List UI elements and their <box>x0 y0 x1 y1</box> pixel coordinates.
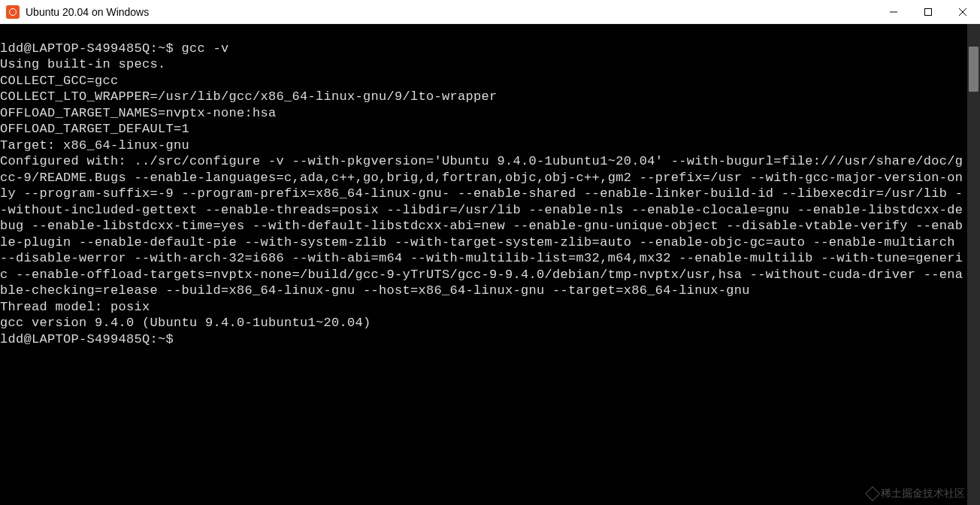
watermark-text: 稀土掘金技术社区 <box>881 487 965 500</box>
output-line: COLLECT_LTO_WRAPPER=/usr/lib/gcc/x86_64-… <box>0 89 498 104</box>
ubuntu-icon <box>6 5 20 19</box>
prompt-sep: : <box>150 41 159 56</box>
prompt-dollar: $ <box>166 41 182 56</box>
output-line: OFFLOAD_TARGET_DEFAULT=1 <box>0 122 189 136</box>
window-title: Ubuntu 20.04 on Windows <box>26 6 876 18</box>
prompt-sep: : <box>150 332 159 346</box>
output-line: OFFLOAD_TARGET_NAMES=nvptx-none:hsa <box>0 106 277 120</box>
scrollbar-thumb[interactable] <box>969 47 978 92</box>
prompt-path: ~ <box>158 41 166 56</box>
prompt-user-host: ldd@LAPTOP-S499485Q <box>0 41 150 56</box>
svg-rect-0 <box>925 9 932 16</box>
output-line: Thread model: posix <box>0 300 150 314</box>
maximize-button[interactable] <box>911 0 945 24</box>
watermark: 稀土掘金技术社区 <box>867 487 965 500</box>
scrollbar-track[interactable] <box>967 24 980 505</box>
terminal-content[interactable]: ldd@LAPTOP-S499485Q:~$ gcc -v Using buil… <box>0 24 967 505</box>
output-line: gcc version 9.4.0 (Ubuntu 9.4.0-1ubuntu1… <box>0 316 371 330</box>
output-line: Using built-in specs. <box>0 57 166 71</box>
output-line: Target: x86_64-linux-gnu <box>0 138 189 153</box>
command-text: gcc -v <box>182 41 229 56</box>
output-line: Configured with: ../src/configure -v --w… <box>0 154 963 298</box>
close-button[interactable] <box>945 0 980 24</box>
minimize-button[interactable] <box>876 0 911 24</box>
watermark-icon <box>865 486 880 501</box>
output-line: COLLECT_GCC=gcc <box>0 74 119 88</box>
terminal-area[interactable]: ldd@LAPTOP-S499485Q:~$ gcc -v Using buil… <box>0 24 980 505</box>
prompt-user-host: ldd@LAPTOP-S499485Q <box>0 332 150 346</box>
titlebar: Ubuntu 20.04 on Windows <box>0 0 980 24</box>
window-controls <box>876 0 980 23</box>
prompt-dollar: $ <box>166 332 182 346</box>
prompt-path: ~ <box>158 332 166 346</box>
